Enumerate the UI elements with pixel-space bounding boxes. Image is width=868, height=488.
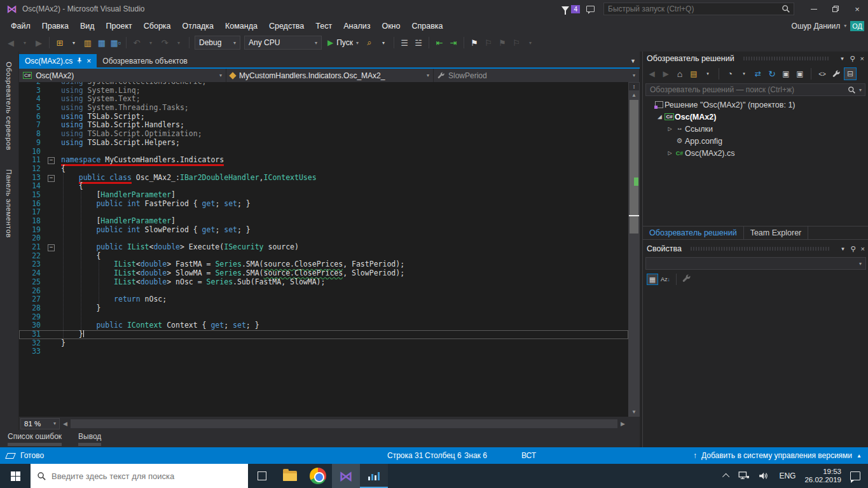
- tool-rail-tab[interactable]: Обозреватель серверов: [5, 55, 13, 157]
- visual-studio-button[interactable]: ⋈: [332, 464, 360, 488]
- member-dropdown[interactable]: SlowPeriod ▾: [434, 69, 640, 82]
- split-handle-icon[interactable]: ↕: [628, 82, 640, 91]
- tree-expander-icon[interactable]: ◢: [656, 114, 664, 120]
- code-line-15[interactable]: 15 [HandlerParameter]: [19, 191, 628, 200]
- tree-expander-icon[interactable]: ▷: [666, 150, 674, 156]
- editor-vertical-scrollbar[interactable]: ↕ ▲ ▼: [628, 82, 640, 417]
- quick-launch-input[interactable]: [604, 4, 782, 13]
- code-line-9[interactable]: 9using TSLab.Script.Helpers;: [19, 139, 628, 148]
- code-line-28[interactable]: 28 }: [19, 304, 628, 313]
- fold-marker-icon[interactable]: [47, 156, 57, 165]
- close-icon[interactable]: ×: [861, 245, 865, 253]
- chevron-down-icon[interactable]: ▾: [859, 87, 862, 93]
- code-editor[interactable]: 2using System.Collections.Generic;3using…: [19, 82, 640, 417]
- code-line-7[interactable]: 7using TSLab.Script.Handlers;: [19, 121, 628, 130]
- language-indicator[interactable]: ENG: [779, 471, 796, 480]
- code-line-29[interactable]: 29: [19, 313, 628, 322]
- save-icon[interactable]: ▦: [95, 36, 108, 50]
- code-line-3[interactable]: 3using System.Linq;: [19, 87, 628, 95]
- chevron-down-icon[interactable]: ▾: [701, 67, 714, 80]
- solution-explorer-search-input[interactable]: [646, 85, 848, 94]
- decrease-indent-icon[interactable]: ⇤: [433, 36, 446, 50]
- zoom-level-combo[interactable]: 81 %▾: [20, 418, 60, 429]
- undo-icon[interactable]: ↶: [130, 36, 143, 50]
- code-line-22[interactable]: 22 {: [19, 252, 628, 261]
- panel-tab[interactable]: Team Explorer: [744, 227, 809, 239]
- code-line-18[interactable]: 18 [HandlerParameter]: [19, 217, 628, 226]
- quick-launch-box[interactable]: [603, 3, 794, 15]
- clear-bookmarks-icon[interactable]: ⚐: [510, 36, 523, 50]
- type-dropdown[interactable]: MyCustomHandlers.Indicators.Osc_MAx2_ ▾: [226, 69, 434, 82]
- document-list-dropdown-icon[interactable]: ▼: [630, 58, 636, 64]
- next-bookmark-icon[interactable]: ⚑: [496, 36, 509, 50]
- code-line-33[interactable]: 33: [19, 347, 628, 356]
- save-all-icon[interactable]: ▦▫: [109, 36, 122, 50]
- document-tab[interactable]: Обозреватель объектов: [97, 54, 193, 67]
- chrome-button[interactable]: [304, 464, 332, 488]
- avatar[interactable]: ОД: [850, 21, 864, 31]
- increase-indent-icon[interactable]: ⇥: [447, 36, 460, 50]
- alphabetical-icon[interactable]: AZ↓: [661, 276, 670, 282]
- chevron-down-icon[interactable]: ▾: [172, 36, 185, 50]
- menu-item[interactable]: Сборка: [138, 20, 177, 32]
- code-line-27[interactable]: 27 return nOsc;: [19, 295, 628, 304]
- start-debugging-button[interactable]: ▶ Пуск ▾: [327, 38, 359, 47]
- back-icon[interactable]: ◀: [645, 67, 658, 80]
- file-explorer-button[interactable]: [276, 464, 304, 488]
- code-line-4[interactable]: 4using System.Text;: [19, 95, 628, 104]
- menu-item[interactable]: Окно: [376, 20, 406, 32]
- action-center-icon[interactable]: [850, 471, 860, 480]
- pending-changes-icon[interactable]: ▤: [687, 67, 700, 80]
- code-line-12[interactable]: 12{: [19, 165, 628, 174]
- user-area[interactable]: Ошур Даниил ▾ ОД: [792, 18, 864, 34]
- menu-item[interactable]: Тест: [310, 20, 338, 32]
- code-line-5[interactable]: 5using System.Threading.Tasks;: [19, 104, 628, 113]
- fold-marker-icon[interactable]: [47, 243, 57, 252]
- properties-object-combo[interactable]: ▾: [645, 257, 866, 270]
- solution-explorer-search-box[interactable]: ▾: [645, 83, 865, 96]
- horizontal-scrollbar-track[interactable]: [71, 419, 617, 428]
- close-icon[interactable]: ×: [860, 55, 864, 62]
- scroll-up-icon[interactable]: ▲: [628, 92, 640, 99]
- sync-icon[interactable]: ⇄: [752, 67, 764, 80]
- chevron-down-icon[interactable]: ▼: [840, 56, 845, 62]
- close-icon[interactable]: ×: [86, 57, 91, 66]
- wrench-icon[interactable]: [830, 67, 843, 80]
- tree-item[interactable]: Решение "Osc(MAx2)" (проектов: 1): [643, 99, 868, 111]
- tree-item[interactable]: ◢C#Osc(MAx2): [643, 111, 868, 123]
- chevron-down-icon[interactable]: ▼: [841, 246, 846, 252]
- panel-tab[interactable]: Обозреватель решений: [643, 227, 744, 239]
- solution-configurations-combo[interactable]: Debug▾: [195, 36, 240, 50]
- code-line-26[interactable]: 26: [19, 287, 628, 296]
- nav-backward-icon[interactable]: ◀: [4, 36, 17, 50]
- menu-item[interactable]: Вид: [74, 20, 100, 32]
- code-line-14[interactable]: 14 {: [19, 182, 628, 191]
- menu-item[interactable]: Файл: [5, 20, 36, 32]
- tree-item[interactable]: ▷▪-▪Ссылки: [643, 123, 868, 135]
- code-line-10[interactable]: 10: [19, 148, 628, 157]
- previous-bookmark-icon[interactable]: ⚐: [482, 36, 495, 50]
- nav-forward-icon[interactable]: ▶: [32, 36, 45, 50]
- wrench-icon[interactable]: [682, 274, 691, 285]
- close-button[interactable]: ×: [846, 1, 868, 17]
- code-line-16[interactable]: 16 public int FastPeriod { get; set; }: [19, 200, 628, 209]
- chevron-down-icon[interactable]: ▾: [144, 36, 157, 50]
- add-to-source-control-button[interactable]: ↑ Добавить в систему управления версиями…: [693, 447, 862, 464]
- tool-rail-tab[interactable]: Панель элементов: [5, 163, 13, 244]
- properties-title-bar[interactable]: Свойства ▼ ⚲ ×: [643, 242, 868, 256]
- task-view-button[interactable]: [248, 464, 276, 488]
- chevron-down-icon[interactable]: ▾: [67, 36, 80, 50]
- code-line-11[interactable]: 11namespace MyCustomHandlers.Indicators: [19, 156, 628, 165]
- minimize-button[interactable]: [803, 1, 825, 17]
- code-line-20[interactable]: 20: [19, 234, 628, 243]
- code-line-24[interactable]: 24 IList<double> SlowMA = Series.SMA(sou…: [19, 269, 628, 278]
- code-line-19[interactable]: 19 public int SlowPeriod { get; set; }: [19, 226, 628, 235]
- redo-icon[interactable]: ↷: [158, 36, 171, 50]
- network-icon[interactable]: [738, 471, 750, 480]
- pin-icon[interactable]: ⚲: [851, 245, 856, 253]
- chevron-down-icon[interactable]: ▾: [377, 36, 390, 50]
- solution-platforms-combo[interactable]: Any CPU▾: [244, 36, 322, 50]
- menu-item[interactable]: Команда: [219, 20, 263, 32]
- bottom-panel-tab[interactable]: Список ошибок: [8, 432, 62, 447]
- menu-item[interactable]: Правка: [36, 20, 74, 32]
